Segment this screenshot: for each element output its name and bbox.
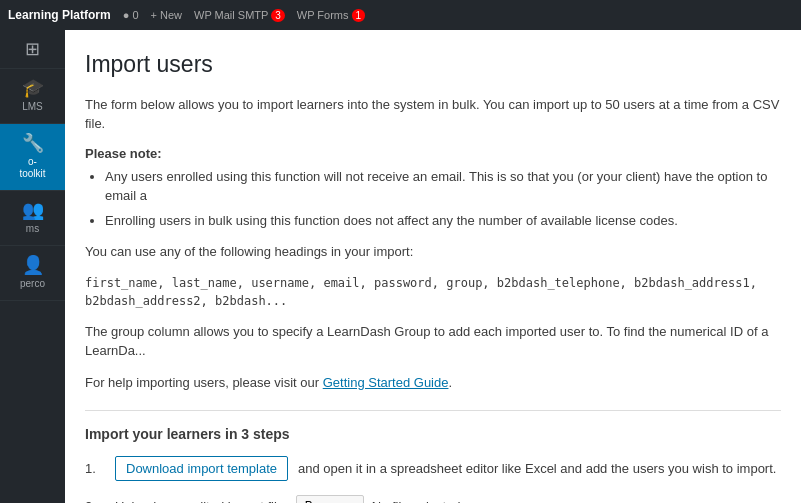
list-item: Any users enrolled using this function w… [105, 167, 781, 206]
intro-text: The form below allows you to import lear… [85, 95, 781, 134]
download-import-template-button[interactable]: Download import template [115, 456, 288, 481]
bullet-list: Any users enrolled using this function w… [105, 167, 781, 231]
ms-icon: 👥 [0, 199, 65, 221]
sidebar-item-ms-label: ms [0, 221, 65, 237]
sidebar: ⊞ 🎓 LMS 🔧 o-toolkit 👥 ms 👤 perco [0, 30, 65, 503]
steps-title: Import your learners in 3 steps [85, 426, 781, 442]
sidebar-item-toolkit[interactable]: 🔧 o-toolkit [0, 124, 65, 191]
content-area: Import users The form below allows you t… [65, 30, 801, 503]
sidebar-item-toolkit-label: o-toolkit [0, 154, 65, 182]
page-content: Import users The form below allows you t… [65, 30, 801, 503]
top-bar-item: + New [151, 9, 183, 21]
step-2-row: 2. Upload your edited import file: Brows… [85, 495, 781, 503]
sidebar-item-main[interactable]: ⊞ [0, 30, 65, 69]
sidebar-item-ms[interactable]: 👥 ms [0, 191, 65, 246]
page-title: Import users [85, 50, 781, 80]
sidebar-item-user-label: perco [0, 276, 65, 292]
step-1-row: 1. Download import template and open it … [85, 456, 781, 481]
top-bar-content: Learning Platform ● 0 + New WP Mail SMTP… [8, 8, 365, 22]
browse-button[interactable]: Browse... [296, 495, 364, 503]
top-bar-item: WP Forms 1 [297, 9, 365, 21]
list-item: Enrolling users in bulk using this funct… [105, 211, 781, 231]
help-text-before: For help importing users, please visit o… [85, 375, 323, 390]
headings-label: You can use any of the following heading… [85, 242, 781, 262]
site-name: Learning Platform [8, 8, 111, 22]
help-text-after: . [448, 375, 452, 390]
upload-label: Upload your edited import file: [115, 499, 288, 503]
step-2-number: 2. [85, 499, 105, 503]
sidebar-item-lms[interactable]: 🎓 LMS [0, 69, 65, 124]
top-bar-item: WP Mail SMTP 3 [194, 9, 285, 21]
sidebar-item-user[interactable]: 👤 perco [0, 246, 65, 301]
step-1-number: 1. [85, 461, 105, 476]
top-bar: Learning Platform ● 0 + New WP Mail SMTP… [0, 0, 801, 30]
main-layout: ⊞ 🎓 LMS 🔧 o-toolkit 👥 ms 👤 perco Import … [0, 30, 801, 503]
upload-row: Upload your edited import file: Browse..… [115, 495, 464, 503]
help-text: For help importing users, please visit o… [85, 373, 781, 393]
dashboard-icon: ⊞ [0, 38, 65, 60]
user-icon: 👤 [0, 254, 65, 276]
toolkit-icon: 🔧 [0, 132, 65, 154]
lms-icon: 🎓 [0, 77, 65, 99]
group-text: The group column allows you to specify a… [85, 322, 781, 361]
divider [85, 410, 781, 411]
step-1-text: and open it in a spreadsheet editor like… [298, 459, 776, 479]
please-note: Please note: [85, 146, 781, 161]
top-bar-item: ● 0 [123, 9, 139, 21]
getting-started-link[interactable]: Getting Started Guide [323, 375, 449, 390]
headings-value: first_name, last_name, username, email, … [85, 274, 781, 310]
no-file-text: No file selected. [372, 499, 465, 503]
sidebar-item-lms-label: LMS [0, 99, 65, 115]
